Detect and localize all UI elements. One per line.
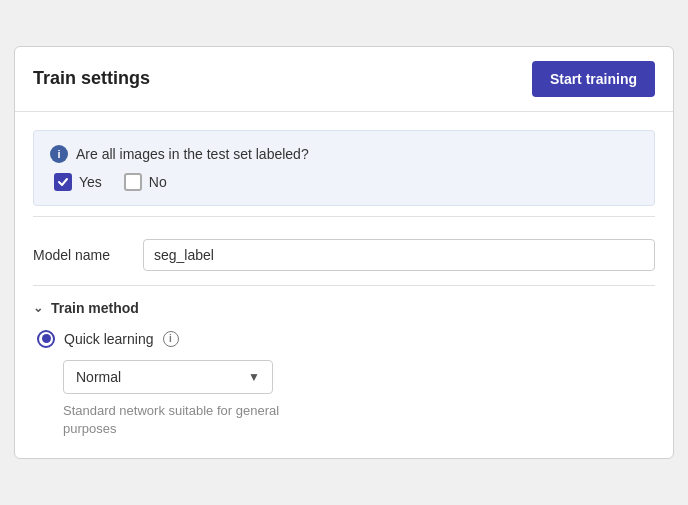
quick-learning-radio[interactable] [37,330,55,348]
dropdown-arrow-icon: ▼ [248,370,260,384]
yes-checkbox-option[interactable]: Yes [54,173,102,191]
no-checkbox-unchecked[interactable] [124,173,142,191]
test-set-question-text: Are all images in the test set labeled? [76,146,309,162]
dropdown-hint-text: Standard network suitable for general pu… [63,402,283,438]
no-checkbox-option[interactable]: No [124,173,167,191]
info-icon: i [50,145,68,163]
model-name-input[interactable] [143,239,655,271]
train-method-section: ⌄ Train method Quick learning i Normal ▼… [15,286,673,458]
dropdown-wrapper: Normal ▼ Standard network suitable for g… [63,360,655,438]
page-title: Train settings [33,68,150,89]
train-settings-card: Train settings Start training i Are all … [14,46,674,459]
train-method-label: Train method [51,300,139,316]
test-set-banner: i Are all images in the test set labeled… [33,130,655,206]
train-method-header: ⌄ Train method [33,300,655,316]
model-name-label: Model name [33,247,123,263]
yes-label: Yes [79,174,102,190]
model-name-row: Model name [15,225,673,285]
quick-learning-info-icon[interactable]: i [163,331,179,347]
yes-no-options: Yes No [54,173,638,191]
card-header: Train settings Start training [15,47,673,112]
dropdown-selected-value: Normal [76,369,121,385]
test-set-question-row: i Are all images in the test set labeled… [50,145,638,163]
normal-dropdown[interactable]: Normal ▼ [63,360,273,394]
yes-checkbox-checked[interactable] [54,173,72,191]
quick-learning-option[interactable]: Quick learning i [37,330,655,348]
collapse-chevron-icon[interactable]: ⌄ [33,301,43,315]
no-label: No [149,174,167,190]
quick-learning-label: Quick learning [64,331,154,347]
radio-inner-dot [42,334,51,343]
divider-1 [33,216,655,217]
start-training-button[interactable]: Start training [532,61,655,97]
